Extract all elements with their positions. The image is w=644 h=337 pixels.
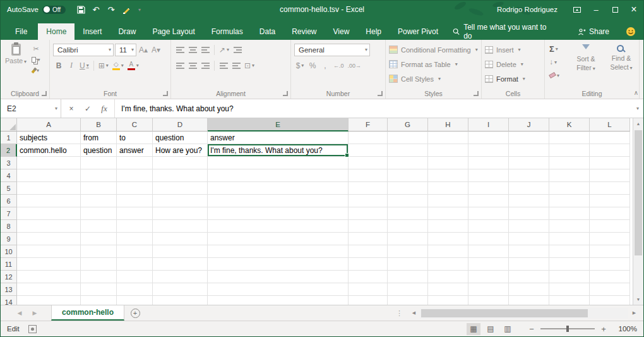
cell-G11[interactable]: [388, 258, 428, 271]
cell-I2[interactable]: [468, 144, 509, 157]
number-format-select[interactable]: General: [294, 44, 370, 56]
paste-button[interactable]: Paste: [4, 42, 28, 75]
cell-G5[interactable]: [388, 182, 428, 195]
scroll-up-icon[interactable]: ▲: [633, 118, 643, 129]
autosave-toggle[interactable]: AutoSave Off: [7, 6, 66, 14]
cell-D13[interactable]: [153, 283, 208, 296]
cell-A14[interactable]: [17, 296, 81, 305]
cell-H12[interactable]: [428, 271, 468, 283]
column-header-D[interactable]: D: [153, 118, 208, 132]
insert-function-button[interactable]: fx: [97, 104, 112, 114]
cell-L13[interactable]: [590, 283, 630, 296]
cell-A9[interactable]: [17, 233, 81, 245]
cell-H13[interactable]: [428, 283, 468, 296]
column-header-L[interactable]: L: [590, 118, 630, 132]
cell-G9[interactable]: [388, 233, 428, 245]
cell-E11[interactable]: [208, 258, 349, 271]
cell-E12[interactable]: [208, 271, 349, 283]
row-header-6[interactable]: 6: [1, 195, 17, 207]
cell-A13[interactable]: [17, 283, 81, 296]
cell-H3[interactable]: [428, 157, 468, 169]
formula-input[interactable]: I'm fine, thanks. What about you?: [115, 99, 631, 118]
cell-A7[interactable]: [17, 207, 81, 220]
cell-J8[interactable]: [509, 220, 549, 233]
horizontal-scroll-track[interactable]: [420, 308, 628, 319]
row-header-13[interactable]: 13: [1, 283, 17, 296]
cell-G14[interactable]: [388, 296, 428, 305]
cell-D10[interactable]: [153, 245, 208, 258]
cell-J5[interactable]: [509, 182, 549, 195]
cell-J14[interactable]: [509, 296, 549, 305]
cell-A2[interactable]: common.hello: [17, 144, 81, 157]
column-header-G[interactable]: G: [388, 118, 428, 132]
cell-J9[interactable]: [509, 233, 549, 245]
cell-L3[interactable]: [590, 157, 630, 169]
fill-color-button[interactable]: ◇: [111, 59, 125, 72]
collapse-ribbon-button[interactable]: ∧: [634, 89, 638, 96]
cell-A12[interactable]: [17, 271, 81, 283]
align-right-button[interactable]: [200, 59, 211, 72]
row-header-12[interactable]: 12: [1, 271, 17, 283]
row-header-5[interactable]: 5: [1, 182, 17, 195]
cell-C6[interactable]: [117, 195, 153, 207]
cell-J4[interactable]: [509, 169, 549, 182]
column-header-I[interactable]: I: [468, 118, 509, 132]
cell-D9[interactable]: [153, 233, 208, 245]
font-color-button[interactable]: A: [126, 59, 140, 72]
cell-A6[interactable]: [17, 195, 81, 207]
cell-K14[interactable]: [549, 296, 590, 305]
cut-button[interactable]: ✂: [30, 44, 42, 54]
scroll-left-icon[interactable]: ◀: [408, 308, 419, 319]
decrease-indent-button[interactable]: [218, 59, 229, 72]
cell-J13[interactable]: [509, 283, 549, 296]
zoom-slider-thumb[interactable]: [566, 326, 569, 332]
cell-L7[interactable]: [590, 207, 630, 220]
cell-F3[interactable]: [349, 157, 388, 169]
increase-font-size-button[interactable]: A▴: [138, 44, 149, 56]
cell-E10[interactable]: [208, 245, 349, 258]
cell-A10[interactable]: [17, 245, 81, 258]
cell-G12[interactable]: [388, 271, 428, 283]
cell-F2[interactable]: [349, 144, 388, 157]
cell-G1[interactable]: [388, 132, 428, 144]
tab-home[interactable]: Home: [38, 23, 75, 40]
cell-G8[interactable]: [388, 220, 428, 233]
cell-H8[interactable]: [428, 220, 468, 233]
align-top-button[interactable]: [174, 44, 186, 56]
sheet-tab-common-hello[interactable]: common-hello: [51, 305, 124, 321]
cell-H2[interactable]: [428, 144, 468, 157]
cell-C11[interactable]: [117, 258, 153, 271]
enter-button[interactable]: ✓: [80, 104, 95, 113]
cell-K12[interactable]: [549, 271, 590, 283]
cell-H9[interactable]: [428, 233, 468, 245]
row-header-10[interactable]: 10: [1, 245, 17, 258]
cell-A1[interactable]: subjects: [17, 132, 81, 144]
conditional-formatting-button[interactable]: Conditional Formatting: [389, 42, 478, 57]
undo-button[interactable]: ↶: [88, 1, 104, 18]
font-dialog-launcher-icon[interactable]: [163, 91, 168, 96]
column-header-F[interactable]: F: [349, 118, 388, 132]
cell-F12[interactable]: [349, 271, 388, 283]
cell-H4[interactable]: [428, 169, 468, 182]
cell-K4[interactable]: [549, 169, 590, 182]
cell-F7[interactable]: [349, 207, 388, 220]
cell-I12[interactable]: [468, 271, 509, 283]
cell-I9[interactable]: [468, 233, 509, 245]
cell-C12[interactable]: [117, 271, 153, 283]
decrease-font-size-button[interactable]: A▾: [150, 44, 162, 56]
cell-F5[interactable]: [349, 182, 388, 195]
column-header-K[interactable]: K: [549, 118, 590, 132]
cell-L8[interactable]: [590, 220, 630, 233]
cell-D3[interactable]: [153, 157, 208, 169]
cell-F13[interactable]: [349, 283, 388, 296]
number-dialog-launcher-icon[interactable]: [378, 91, 383, 96]
view-page-layout-button[interactable]: ▤: [484, 323, 498, 335]
cell-G3[interactable]: [388, 157, 428, 169]
wrap-text-button[interactable]: [232, 44, 243, 56]
cell-E1[interactable]: answer: [208, 132, 349, 144]
cell-L2[interactable]: [590, 144, 630, 157]
cell-F6[interactable]: [349, 195, 388, 207]
column-header-A[interactable]: A: [17, 118, 81, 132]
cell-I13[interactable]: [468, 283, 509, 296]
cell-K1[interactable]: [549, 132, 590, 144]
